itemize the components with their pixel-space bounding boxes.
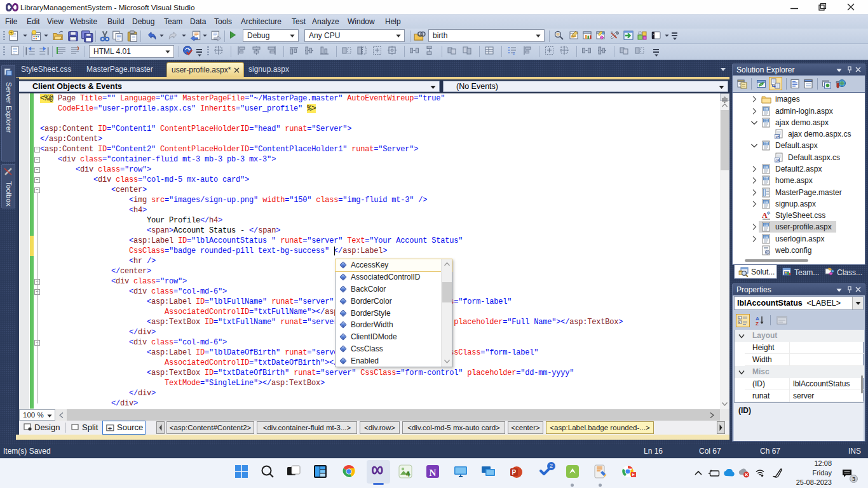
svg-text:N: N bbox=[430, 468, 437, 478]
svg-text:+: + bbox=[739, 316, 741, 320]
svg-text:A: A bbox=[762, 211, 768, 220]
svg-text:c#: c# bbox=[776, 135, 780, 139]
svg-text:P: P bbox=[512, 469, 517, 476]
svg-text:4: 4 bbox=[406, 470, 410, 478]
svg-text:◂▸: ◂▸ bbox=[107, 426, 112, 430]
svg-text:>: > bbox=[653, 33, 654, 37]
svg-text:+: + bbox=[739, 321, 741, 324]
svg-text:c#: c# bbox=[776, 158, 780, 161]
svg-text:Z: Z bbox=[756, 321, 759, 326]
svg-text:2: 2 bbox=[513, 51, 515, 55]
